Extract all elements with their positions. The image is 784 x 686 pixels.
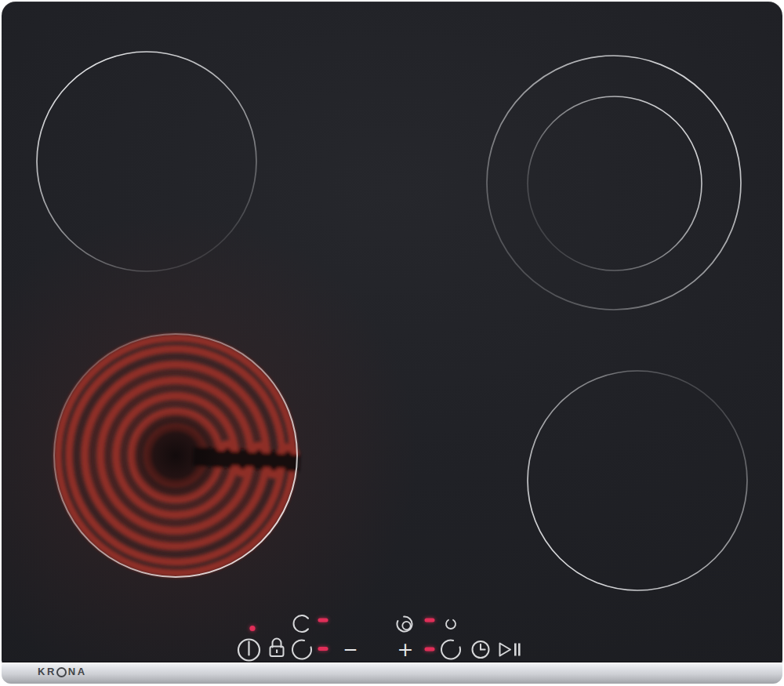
display-dash-rear-right	[425, 619, 435, 622]
zone-select-rear-left-button[interactable]	[293, 615, 308, 632]
burner-circle-front-right	[528, 371, 747, 590]
zone-select-front-right-button[interactable]	[441, 641, 460, 659]
cooktop-product-photo: − + KR N	[0, 0, 784, 686]
plus-button[interactable]: +	[397, 638, 414, 661]
power-status-led	[249, 626, 255, 631]
burner-circle-rear-left	[37, 52, 256, 271]
burner-circle-rear-right-inner	[528, 96, 702, 270]
brand-logo-kr: KR	[38, 666, 56, 677]
brand-logo-o-ring-icon	[56, 667, 67, 677]
lock-icon[interactable]	[270, 639, 284, 657]
zone-select-front-left-button[interactable]	[292, 641, 311, 659]
play-pause-button[interactable]	[500, 644, 521, 656]
display-dash-front-right	[425, 648, 435, 652]
touch-control-panel: − +	[238, 615, 521, 661]
dual-zone-select-button[interactable]	[397, 617, 412, 632]
display-dash-rear-left	[318, 619, 328, 622]
timer-clock-button[interactable]	[473, 641, 489, 658]
power-button[interactable]	[238, 640, 260, 661]
stainless-trim-bar: KR NA	[2, 662, 782, 684]
brand-logo: KR NA	[38, 666, 87, 677]
small-zone-icon[interactable]	[446, 620, 456, 629]
brand-logo-na: NA	[68, 666, 87, 677]
minus-button[interactable]: −	[343, 639, 358, 659]
glowing-heating-element	[54, 334, 299, 577]
display-dash-front-left	[318, 647, 328, 651]
cooktop-overlay: − +	[0, 0, 784, 686]
burner-circle-rear-right-outer	[487, 56, 741, 310]
